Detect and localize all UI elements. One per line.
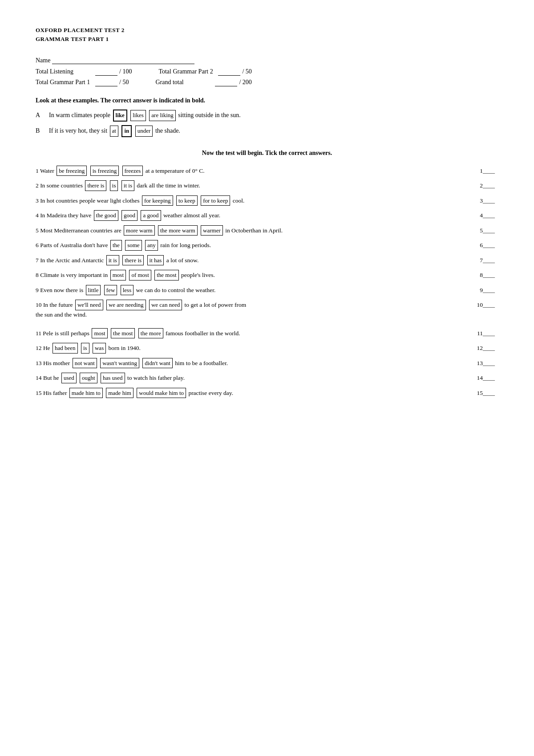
q10-continuation: the sun and the wind. — [36, 310, 498, 319]
option-under: under — [135, 126, 153, 137]
q8-text: 8 Climate is very important in most of m… — [36, 270, 480, 280]
q1-opt1: be freezing — [57, 166, 87, 176]
q7-opt2: there is — [122, 255, 144, 266]
q13-opt3: didn't want — [142, 358, 173, 369]
q12-text: 12 He had been is was born in 1940. — [36, 343, 477, 354]
q9-text: 9 Even now there is little few less we c… — [36, 285, 480, 296]
q12-opt3: was — [93, 343, 106, 354]
q5-opt2: the more warm — [158, 225, 198, 236]
q6-opt2: some — [125, 240, 142, 251]
q15-number: 15 — [477, 389, 499, 398]
q1-text: 1 Water be freezing is freezing freezes … — [36, 166, 480, 176]
q7-number: 7 — [480, 256, 498, 265]
q12-opt2: is — [81, 343, 89, 354]
q3-opt1: for keeping — [142, 195, 173, 206]
q10-opt2: we are needing — [106, 300, 146, 310]
name-line[interactable] — [52, 56, 194, 64]
question-5: 5 Most Mediterranean countries are more … — [36, 225, 498, 236]
q4-number: 4 — [480, 211, 498, 220]
total-listening-score[interactable] — [95, 68, 117, 76]
total-grammar-part2-max: / 50 — [242, 68, 251, 75]
total-grammar-part1-score[interactable] — [95, 78, 117, 86]
example-a: A In warm climates people like likes are… — [36, 110, 498, 122]
q11-number: 11 — [477, 329, 498, 338]
option-likes: likes — [130, 110, 146, 121]
question-2: 2 In some countries there is is it is da… — [36, 180, 498, 191]
q14-opt3: has used — [101, 373, 125, 383]
q5-number: 5 — [480, 226, 498, 235]
option-in-bold: in — [121, 125, 132, 137]
q2-number: 2 — [480, 181, 498, 190]
q3-text: 3 In hot countries people wear light clo… — [36, 195, 480, 206]
question-6: 6 Parts of Australia don't have the some… — [36, 240, 498, 251]
q14-number: 14 — [477, 374, 499, 382]
q6-text: 6 Parts of Australia don't have the some… — [36, 240, 480, 251]
q12-number: 12 — [477, 344, 499, 353]
name-label: Name — [36, 57, 50, 64]
q13-number: 13 — [477, 359, 499, 368]
q1-opt3: freezes — [122, 166, 143, 176]
question-15: 15 His father made him to made him would… — [36, 388, 498, 398]
q11-opt3: the more — [138, 328, 163, 339]
q7-opt3: it has — [147, 255, 164, 266]
q15-opt3: would make him to — [137, 388, 186, 398]
q3-number: 3 — [480, 196, 498, 205]
q11-opt1: most — [92, 328, 107, 339]
option-like-bold: like — [113, 110, 127, 122]
q13-text: 13 His mother not want wasn't wanting di… — [36, 358, 477, 369]
begin-instruction: Now the test will begin. Tick the correc… — [36, 150, 498, 157]
q4-text: 4 In Madeira they have the good good a g… — [36, 210, 480, 221]
q10-opt1: we'll need — [75, 300, 103, 310]
question-4: 4 In Madeira they have the good good a g… — [36, 210, 498, 221]
example-b-text: If it is very hot, they sit at in under … — [49, 125, 498, 137]
question-12: 12 He had been is was born in 1940. 12 — [36, 343, 498, 354]
question-1: 1 Water be freezing is freezing freezes … — [36, 166, 498, 176]
question-11: 11 Pele is still perhaps most the most t… — [36, 328, 498, 339]
q9-number: 9 — [480, 286, 498, 295]
q1-opt2: is freezing — [90, 166, 119, 176]
q8-opt3: the most — [154, 270, 178, 280]
q10-opt3: we can need — [149, 300, 182, 310]
grand-total-label: Grand total — [155, 79, 213, 86]
instructions-section: Look at these examples. The correct answ… — [36, 97, 498, 137]
example-a-letter: A — [36, 112, 49, 119]
q13-opt2: wasn't wanting — [100, 358, 139, 369]
form-info: Name Total Listening / 100 Total Grammar… — [36, 56, 498, 86]
q10-number: 10 — [477, 301, 499, 309]
q2-opt1: there is — [85, 180, 106, 191]
q4-opt1: the good — [94, 210, 118, 221]
q7-text: 7 In the Arctic and Antarctic it is ther… — [36, 255, 480, 266]
q11-text: 11 Pele is still perhaps most the most t… — [36, 328, 477, 339]
q15-text: 15 His father made him to made him would… — [36, 388, 477, 398]
q14-opt2: ought — [80, 373, 97, 383]
example-b-letter: B — [36, 127, 49, 134]
test-title-1: OXFORD PLACEMENT TEST 2 — [36, 27, 498, 34]
total-grammar-part1-label: Total Grammar Part 1 — [36, 79, 93, 86]
example-a-text: In warm climates people like likes are l… — [49, 110, 498, 122]
q5-opt1: more warm — [124, 225, 155, 236]
q4-opt2: good — [121, 210, 138, 221]
q2-opt2: is — [110, 180, 118, 191]
q9-opt1: little — [86, 285, 101, 296]
question-3: 3 In hot countries people wear light clo… — [36, 195, 498, 206]
q1-number: 1 — [480, 167, 498, 175]
option-at: at — [110, 126, 118, 137]
q6-opt1: the — [110, 240, 122, 251]
total-grammar-part1-max: / 50 — [119, 79, 129, 86]
grand-total-score[interactable] — [215, 78, 237, 86]
q5-opt3: warmer — [201, 225, 223, 236]
q9-opt3: less — [121, 285, 134, 296]
example-b: B If it is very hot, they sit at in unde… — [36, 125, 498, 137]
total-grammar-part2-score[interactable] — [218, 68, 240, 76]
q8-opt1: most — [110, 270, 126, 280]
questions-section: 1 Water be freezing is freezing freezes … — [36, 166, 498, 398]
q8-number: 8 — [480, 271, 498, 280]
question-9: 9 Even now there is little few less we c… — [36, 285, 498, 296]
q3-opt3: for to keep — [201, 195, 230, 206]
q8-opt2: of most — [129, 270, 151, 280]
grand-total-max: / 200 — [239, 79, 251, 86]
q13-opt1: not want — [73, 358, 97, 369]
q14-opt1: used — [61, 373, 77, 383]
page-header: OXFORD PLACEMENT TEST 2 GRAMMAR TEST PAR… — [36, 27, 498, 43]
q11-opt2: the most — [111, 328, 135, 339]
